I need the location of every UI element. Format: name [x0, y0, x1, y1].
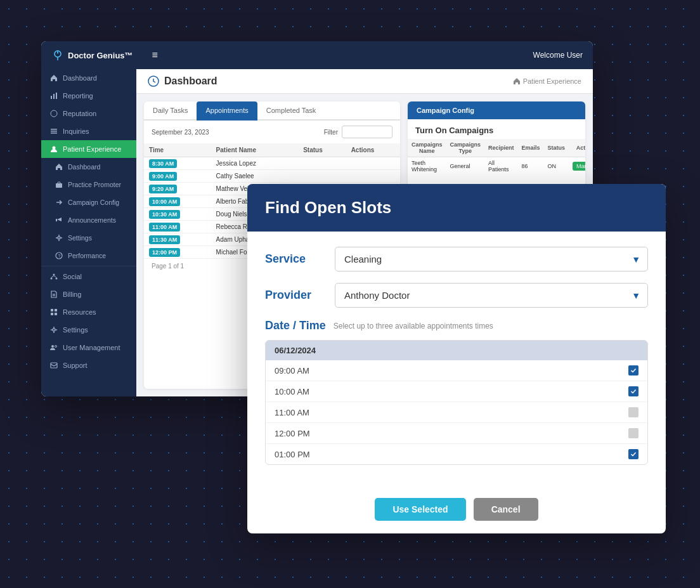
time-slot-row[interactable]: 12:00 PM — [266, 423, 647, 444]
service-select[interactable]: Cleaning — [335, 247, 648, 271]
svg-point-11 — [58, 237, 60, 239]
col-status: Status — [298, 143, 346, 157]
sidebar-divider — [41, 266, 136, 266]
sidebar-item-support[interactable]: Support — [41, 356, 136, 374]
brand-name: Doctor Genius™ — [68, 51, 133, 60]
nav-left: Doctor Genius™ ≡ — [51, 49, 158, 62]
hamburger-menu[interactable]: ≡ — [152, 49, 158, 61]
appt-actions — [346, 157, 400, 170]
provider-row: Provider Anthony Doctor ▼ — [265, 283, 648, 308]
svg-rect-22 — [55, 309, 57, 311]
svg-text:?: ? — [58, 254, 61, 258]
sidebar-item-practice-promoter[interactable]: Practice Promoter — [41, 176, 136, 193]
campaign-col-header: Campaigns Name — [408, 139, 446, 157]
page-title: Dashboard — [164, 75, 217, 87]
appt-patient: Jessica Lopez — [211, 157, 299, 170]
campaign-action[interactable]: Manage — [569, 157, 585, 176]
date-label: September 23, 2023 — [152, 129, 209, 136]
sidebar-item-resources[interactable]: Resources — [41, 303, 136, 321]
campaign-col-header: Campaigns Type — [446, 139, 485, 157]
svg-rect-21 — [51, 309, 53, 311]
sidebar-item-dashboard[interactable]: Dashboard — [41, 69, 136, 87]
manage-button[interactable]: Manage — [573, 162, 585, 171]
svg-point-5 — [51, 110, 57, 117]
appt-patient: Cathy Saelee — [211, 170, 299, 183]
svg-rect-24 — [55, 313, 57, 315]
appt-time: 10:30 AM — [144, 208, 211, 221]
slot-time: 11:00 AM — [275, 408, 309, 417]
sidebar-item-settings2[interactable]: Settings — [41, 321, 136, 339]
svg-point-25 — [53, 329, 55, 331]
sidebar-item-inquiries[interactable]: Inquiries — [41, 122, 136, 140]
date-header: 06/12/2024 — [266, 341, 647, 360]
datetime-header: Date / Time Select up to three available… — [265, 319, 648, 332]
sidebar-item-patient-experience[interactable]: Patient Experience — [41, 140, 136, 158]
svg-rect-8 — [51, 133, 57, 134]
tab-appointments[interactable]: Appointments — [197, 101, 257, 121]
slot-checkbox[interactable] — [628, 449, 638, 459]
col-time: Time — [144, 143, 211, 157]
time-slot-row[interactable]: 01:00 PM — [266, 444, 647, 464]
arrows-icon — [55, 199, 63, 206]
sidebar-item-billing[interactable]: Billing — [41, 285, 136, 303]
sidebar-item-announcements[interactable]: Announcements — [41, 211, 136, 229]
sidebar-item-reporting[interactable]: Reporting — [41, 87, 136, 105]
slot-checkbox[interactable] — [628, 365, 638, 376]
provider-select[interactable]: Anthony Doctor — [335, 283, 648, 308]
slot-checkbox[interactable] — [628, 386, 638, 396]
time-slot-row[interactable]: 09:00 AM — [266, 360, 647, 381]
breadcrumb: Patient Experience — [513, 77, 581, 85]
social-icon — [50, 273, 58, 280]
svg-rect-10 — [56, 183, 62, 188]
brand-icon — [51, 49, 64, 62]
cancel-button[interactable]: Cancel — [474, 498, 538, 521]
campaign-row: Teeth Whitening General All Patients 86 … — [408, 157, 585, 176]
appt-time: 8:30 AM — [144, 157, 211, 170]
campaign-emails: 86 — [518, 157, 544, 176]
sidebar-item-user-management[interactable]: User Management — [41, 339, 136, 356]
svg-point-14 — [53, 274, 55, 276]
service-select-wrapper: Cleaning ▼ — [335, 247, 648, 271]
dashboard-header: Dashboard Patient Experience — [136, 69, 593, 94]
sidebar-item-social[interactable]: Social — [41, 268, 136, 285]
appt-time: 12:00 PM — [144, 246, 211, 259]
slot-time: 12:00 PM — [275, 429, 310, 438]
modal-title: Find Open Slots — [265, 198, 391, 217]
col-actions: Actions — [346, 143, 400, 157]
campaigns-table: Campaigns NameCampaigns TypeRecipientEma… — [408, 139, 585, 175]
modal-footer: Use Selected Cancel — [247, 490, 666, 533]
sidebar-item-campaign-config[interactable]: Campaign Config — [41, 193, 136, 211]
svg-rect-28 — [51, 363, 57, 368]
dashboard-title-row: Dashboard — [148, 75, 217, 87]
panel-tabs: Daily Tasks Appointments Completed Task — [144, 101, 400, 121]
svg-point-15 — [51, 278, 53, 280]
service-label: Service — [265, 252, 335, 266]
breadcrumb-label: Patient Experience — [523, 77, 581, 85]
sidebar-item-performance[interactable]: ? Performance — [41, 247, 136, 265]
sidebar: Dashboard Reporting Reputation Inquiries… — [41, 69, 136, 396]
svg-point-27 — [55, 346, 57, 348]
file-icon — [50, 291, 58, 298]
tab-completed-task[interactable]: Completed Task — [257, 101, 325, 121]
filter-input[interactable] — [342, 126, 392, 138]
slot-checkbox[interactable] — [628, 428, 638, 438]
time-slot-row[interactable]: 11:00 AM — [266, 402, 647, 423]
appt-time: 11:30 AM — [144, 233, 211, 246]
campaigns-tab[interactable]: Campaign Config — [408, 101, 585, 119]
time-slot-row[interactable]: 10:00 AM — [266, 381, 647, 402]
chart-icon — [50, 92, 58, 100]
appt-time: 9:00 AM — [144, 170, 211, 183]
gear2-icon — [50, 326, 58, 334]
table-row: 8:30 AM Jessica Lopez — [144, 157, 400, 170]
sidebar-item-pe-dashboard[interactable]: Dashboard — [41, 158, 136, 176]
sidebar-item-settings[interactable]: Settings — [41, 229, 136, 247]
appt-actions — [346, 170, 400, 183]
filter-label: Filter — [324, 129, 338, 136]
slot-checkbox[interactable] — [628, 407, 638, 417]
slot-time: 01:00 PM — [275, 450, 310, 459]
tab-daily-tasks[interactable]: Daily Tasks — [144, 101, 197, 121]
use-selected-button[interactable]: Use Selected — [375, 498, 465, 521]
campaigns-title: Turn On Campaigns — [408, 119, 585, 139]
svg-point-9 — [53, 147, 56, 150]
sidebar-item-reputation[interactable]: Reputation — [41, 105, 136, 122]
